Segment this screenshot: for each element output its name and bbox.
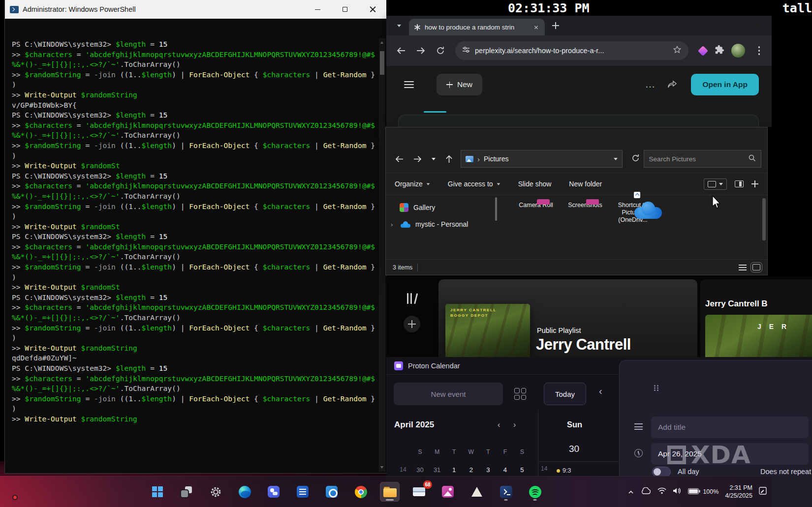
address-bar[interactable]	[455, 41, 688, 60]
file-explorer-icon[interactable]	[380, 482, 400, 502]
details-view-icon[interactable]	[739, 265, 747, 270]
thumbnail-view-icon[interactable]	[752, 264, 760, 270]
up-icon[interactable]	[442, 151, 457, 166]
task-view-icon[interactable]	[177, 482, 196, 502]
extensions-puzzle-icon[interactable]	[715, 45, 724, 57]
new-event-button[interactable]: New event	[394, 383, 503, 405]
mini-date-cell[interactable]: 1	[449, 466, 459, 474]
explorer-minimize-button[interactable]	[690, 127, 716, 145]
mini-date-cell[interactable]: 31	[432, 466, 442, 474]
apps-grid-icon[interactable]	[514, 388, 526, 400]
start-button[interactable]	[148, 482, 167, 502]
sidebar-item-gallery[interactable]: Gallery	[386, 199, 497, 216]
right-panel-title[interactable]: Jerry Cantrell B	[705, 299, 768, 309]
volume-icon[interactable]	[673, 487, 682, 496]
chrome-icon[interactable]	[351, 482, 371, 502]
file-area-scrollbar[interactable]	[762, 198, 766, 240]
drag-handle-icon[interactable]	[654, 385, 661, 391]
share-icon[interactable]	[667, 80, 677, 91]
recent-locations-icon[interactable]	[429, 151, 438, 166]
repeat-select[interactable]: Does not repeat	[760, 468, 811, 476]
sidebar-item-onedrive[interactable]: › mystic - Personal	[386, 216, 497, 233]
breadcrumb[interactable]: Pictures	[484, 155, 509, 163]
playlist-title[interactable]: Jerry Cantrell	[536, 336, 631, 354]
mini-date-cell[interactable]: 5	[517, 466, 527, 474]
calendar-event-chip[interactable]: 9:3	[557, 467, 571, 474]
browser-tab[interactable]: how to produce a random strin	[409, 19, 545, 35]
hamburger-menu-icon[interactable]	[404, 81, 414, 88]
explorer-close-button[interactable]	[742, 127, 767, 145]
mini-date-cell[interactable]: 30	[415, 466, 425, 474]
maximize-button[interactable]	[331, 0, 359, 19]
mini-date-cell[interactable]: 3	[483, 466, 493, 474]
explorer-titlebar[interactable]	[386, 127, 767, 145]
explorer-forward-icon[interactable]	[410, 151, 425, 166]
explorer-file-area[interactable]: Camera Roll Screenshots Shortcut to Pict…	[497, 195, 767, 259]
photos-icon[interactable]	[438, 482, 458, 502]
battery-icon[interactable]	[688, 488, 700, 496]
powershell-titlebar[interactable]: Administrator: Windows PowerShell	[5, 0, 386, 19]
word-icon[interactable]	[293, 482, 312, 502]
today-button[interactable]: Today	[544, 383, 586, 405]
right-panel-artwork[interactable]: J E R	[705, 315, 812, 357]
explorer-search-box[interactable]	[644, 150, 761, 168]
browser-maximize-button[interactable]	[723, 16, 746, 35]
mini-prev-month-icon[interactable]: ‹	[498, 420, 500, 429]
close-button[interactable]	[359, 0, 386, 19]
new-folder-button[interactable]: New folder	[569, 180, 602, 188]
new-tab-button[interactable]	[549, 19, 562, 32]
profile-avatar[interactable]	[731, 44, 745, 58]
search-icon[interactable]	[748, 154, 756, 164]
browser-minimize-button[interactable]	[701, 16, 723, 35]
edge-icon[interactable]	[235, 482, 254, 502]
triangle-app-icon[interactable]	[467, 482, 487, 502]
onedrive-tray-icon[interactable]	[640, 487, 651, 496]
tab-close-icon[interactable]	[532, 23, 540, 31]
tab-search-icon[interactable]	[392, 19, 406, 32]
explorer-address-bar[interactable]: › Pictures	[461, 150, 623, 168]
terminal-scrollbar[interactable]	[379, 38, 385, 472]
expand-chevron-icon[interactable]: ›	[391, 221, 396, 228]
refresh-icon[interactable]	[631, 154, 640, 164]
preview-pane-icon[interactable]	[735, 180, 744, 187]
widgets-weather-icon[interactable]	[14, 484, 29, 499]
mini-date-cell[interactable]: 2	[466, 466, 476, 474]
pen-ink-icon[interactable]	[759, 487, 767, 497]
details-pane-icon[interactable]	[751, 180, 758, 187]
site-info-icon[interactable]	[462, 46, 470, 56]
file-item-camera-roll[interactable]: Camera Roll	[512, 199, 560, 209]
open-in-app-button[interactable]: Open in App	[691, 74, 759, 95]
reload-icon[interactable]	[433, 43, 448, 59]
hidden-icons-chevron[interactable]	[628, 487, 634, 496]
browser-menu-icon[interactable]	[753, 45, 765, 57]
powershell-taskbar-icon[interactable]	[496, 482, 516, 502]
tray-clock[interactable]: 2:31 PM 4/25/2025	[725, 484, 752, 500]
settings-gear-icon[interactable]	[206, 482, 225, 502]
teams-icon[interactable]	[264, 482, 283, 502]
outlook-icon[interactable]	[322, 482, 342, 502]
extension-icon[interactable]	[698, 45, 708, 56]
browser-close-button[interactable]	[746, 16, 769, 35]
url-input[interactable]	[475, 47, 668, 55]
file-item-shortcut-pictures[interactable]: Shortcut to Pictures (OneDriv...	[609, 199, 656, 224]
minimize-button[interactable]	[304, 0, 331, 19]
library-icon[interactable]	[407, 293, 417, 304]
file-item-screenshots[interactable]: Screenshots	[562, 199, 609, 209]
wifi-icon[interactable]	[657, 487, 666, 496]
previous-period-icon[interactable]: ‹	[599, 386, 602, 397]
new-thread-button[interactable]: New	[437, 74, 482, 95]
spotify-taskbar-icon[interactable]	[525, 482, 545, 502]
forward-icon[interactable]	[413, 43, 429, 59]
explorer-back-icon[interactable]	[392, 151, 406, 166]
create-playlist-button[interactable]	[404, 316, 420, 332]
search-input[interactable]	[649, 155, 744, 163]
event-title-input[interactable]	[658, 423, 802, 432]
mini-next-month-icon[interactable]: ›	[513, 420, 516, 429]
event-title-field[interactable]	[651, 417, 809, 438]
bookmark-star-icon[interactable]	[673, 45, 682, 56]
mini-date-cell[interactable]: 4	[500, 466, 510, 474]
terminal-output[interactable]: PS C:\WINDOWS\system32> $length = 15>> $…	[5, 19, 386, 473]
address-dropdown-icon[interactable]	[614, 158, 618, 160]
mail-icon[interactable]: 68	[409, 482, 429, 502]
change-view-button[interactable]	[704, 179, 727, 190]
